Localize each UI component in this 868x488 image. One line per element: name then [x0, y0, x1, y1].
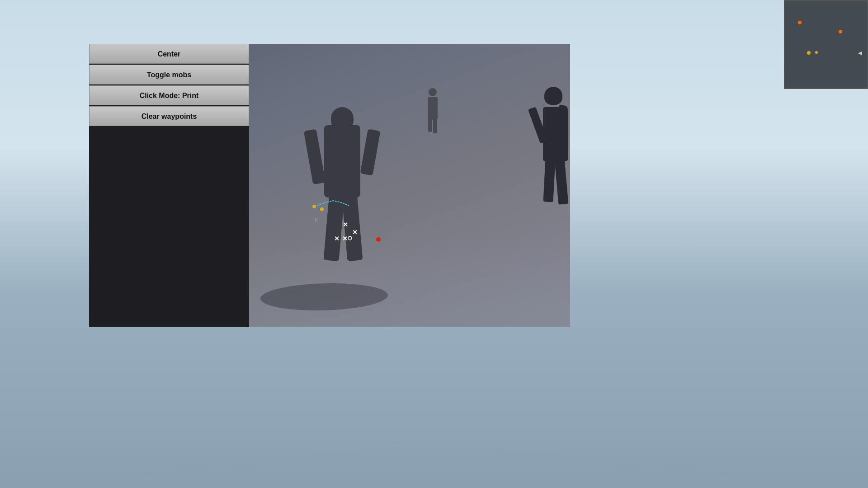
right-char-head [544, 87, 562, 105]
far-char-rleg [433, 116, 437, 133]
minimap-dot-3 [815, 51, 818, 54]
right-char-rleg [555, 159, 569, 205]
control-panel: Center Toggle mobs Click Mode: Print Cle… [89, 44, 249, 327]
clear-waypoints-button[interactable]: Clear waypoints [89, 106, 249, 126]
char-left-arm [304, 129, 326, 184]
panel-empty-area [89, 127, 249, 327]
minimap-dot-2 [807, 51, 811, 55]
minimap: ◄ [784, 0, 868, 89]
char-right-leg [342, 192, 363, 261]
far-char-head [429, 88, 437, 96]
center-button[interactable]: Center [89, 44, 249, 64]
svg-line-2 [0, 443, 434, 488]
right-char-lleg [543, 159, 556, 202]
right-character [536, 89, 561, 161]
minimap-dot-1 [839, 30, 842, 33]
minimap-arrow: ◄ [857, 49, 863, 56]
minimap-dot-0 [798, 21, 802, 24]
far-char-lleg [428, 116, 432, 132]
char-right-arm [360, 129, 381, 175]
main-character [297, 98, 387, 288]
ground-lines [0, 352, 868, 488]
svg-line-4 [90, 443, 434, 488]
far-character [425, 89, 434, 120]
toggle-mobs-button[interactable]: Toggle mobs [89, 65, 249, 84]
click-mode-button[interactable]: Click Mode: Print [89, 85, 249, 105]
svg-line-3 [434, 443, 868, 488]
char-left-leg [324, 192, 345, 261]
svg-line-5 [434, 443, 778, 488]
char-body [324, 125, 360, 197]
